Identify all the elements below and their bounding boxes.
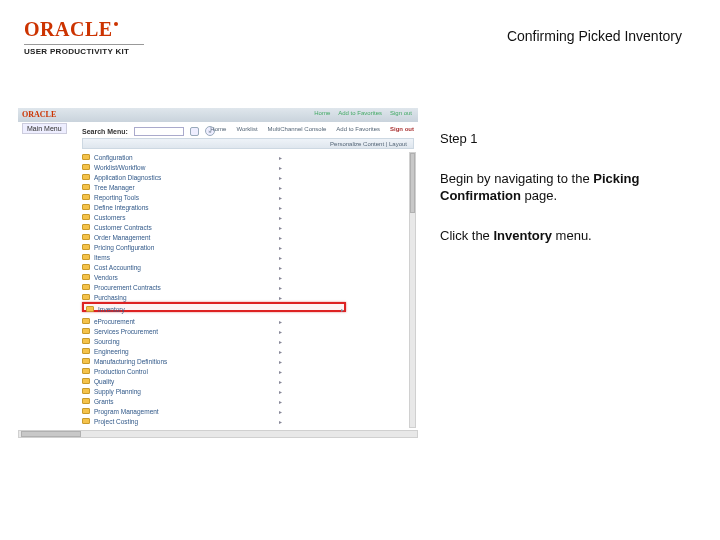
nav-item-label: Application Diagnostics: [94, 174, 161, 181]
app-logo: ORACLE: [22, 110, 56, 119]
instr1-a: Begin by navigating to the: [440, 171, 593, 186]
nav-list-upper: Configuration▸Worklist/Workflow▸Applicat…: [82, 152, 282, 302]
folder-icon: [82, 244, 90, 250]
nav-upper-item[interactable]: Worklist/Workflow▸: [82, 162, 282, 172]
inventory-highlight[interactable]: Inventory ▸: [82, 302, 346, 312]
nav-upper-item[interactable]: Define Integrations▸: [82, 202, 282, 212]
nav-lower-item[interactable]: Manufacturing Definitions▸: [82, 356, 282, 366]
nav-upper-item[interactable]: Order Management▸: [82, 232, 282, 242]
nav-item-inventory-label: Inventory: [98, 306, 125, 313]
nav-lower-item[interactable]: Supply Planning▸: [82, 386, 282, 396]
top-link-home[interactable]: Home: [314, 110, 330, 116]
chevron-right-icon: ▸: [279, 154, 282, 161]
nav-item-label: Production Control: [94, 368, 148, 375]
chevron-right-icon: ▸: [279, 398, 282, 405]
chevron-right-icon: ▸: [341, 306, 344, 313]
app-toolbar: Home Worklist MultiChannel Console Add t…: [210, 122, 414, 136]
folder-icon: [82, 368, 90, 374]
nav-upper-item[interactable]: Customer Contracts▸: [82, 222, 282, 232]
nav-lower-item[interactable]: Sourcing▸: [82, 336, 282, 346]
folder-icon: [82, 408, 90, 414]
chevron-right-icon: ▸: [279, 224, 282, 231]
folder-icon: [82, 234, 90, 240]
toolbar-mcc[interactable]: MultiChannel Console: [268, 126, 327, 132]
nav-item-label: Sourcing: [94, 338, 120, 345]
vertical-scroll-thumb[interactable]: [410, 153, 415, 213]
nav-upper-item[interactable]: Purchasing▸: [82, 292, 282, 302]
nav-upper-item[interactable]: Reporting Tools▸: [82, 192, 282, 202]
instr2-b: Inventory: [493, 228, 552, 243]
nav-item-label: eProcurement: [94, 318, 135, 325]
nav-item-label: Define Integrations: [94, 204, 149, 211]
chevron-right-icon: ▸: [279, 368, 282, 375]
nav-upper-item[interactable]: Tree Manager▸: [82, 182, 282, 192]
nav-lower-item[interactable]: eProcurement▸: [82, 316, 282, 326]
nav-list-lower: eProcurement▸Services Procurement▸Sourci…: [82, 316, 282, 426]
folder-icon: [82, 378, 90, 384]
instruction-line-2: Click the Inventory menu.: [440, 227, 680, 245]
folder-icon: [82, 328, 90, 334]
top-link-favorites[interactable]: Add to Favorites: [338, 110, 382, 116]
toolbar-home[interactable]: Home: [210, 126, 226, 132]
folder-icon: [82, 214, 90, 220]
nav-upper-item[interactable]: Customers▸: [82, 212, 282, 222]
instruction-line-1: Begin by navigating to the Picking Confi…: [440, 170, 680, 205]
nav-upper-item[interactable]: Pricing Configuration▸: [82, 242, 282, 252]
nav-upper-item[interactable]: Items▸: [82, 252, 282, 262]
horizontal-scroll-thumb[interactable]: [21, 431, 81, 437]
chevron-right-icon: ▸: [279, 194, 282, 201]
toolbar-signout[interactable]: Sign out: [390, 126, 414, 132]
page-title: Confirming Picked Inventory: [507, 28, 682, 44]
main-menu-dropdown[interactable]: Main Menu: [22, 123, 67, 134]
nav-upper-item[interactable]: Application Diagnostics▸: [82, 172, 282, 182]
folder-icon: [82, 358, 90, 364]
nav-item-label: Pricing Configuration: [94, 244, 154, 251]
nav-lower-item[interactable]: Engineering▸: [82, 346, 282, 356]
search-go-button[interactable]: [190, 127, 199, 136]
nav-upper-item[interactable]: Cost Accounting▸: [82, 262, 282, 272]
main-menu-label: Main Menu: [27, 125, 62, 132]
nav-lower-item[interactable]: Program Management▸: [82, 406, 282, 416]
brand-logo-dot: [114, 22, 118, 26]
horizontal-scrollbar[interactable]: [18, 430, 418, 438]
nav-lower-item[interactable]: Production Control▸: [82, 366, 282, 376]
chevron-right-icon: ▸: [279, 244, 282, 251]
chevron-right-icon: ▸: [279, 164, 282, 171]
chevron-right-icon: ▸: [279, 284, 282, 291]
nav-item-label: Tree Manager: [94, 184, 135, 191]
folder-icon: [82, 398, 90, 404]
brand-logo: ORACLE: [24, 18, 144, 41]
nav-lower-item[interactable]: Grants▸: [82, 396, 282, 406]
chevron-right-icon: ▸: [279, 254, 282, 261]
chevron-right-icon: ▸: [279, 204, 282, 211]
screenshot-inner: ORACLE Home Add to Favorites Sign out Ma…: [18, 108, 418, 438]
folder-icon: [82, 254, 90, 260]
nav-upper-item[interactable]: Configuration▸: [82, 152, 282, 162]
brand-logo-text: ORACLE: [24, 18, 113, 40]
nav-lower-item[interactable]: Services Procurement▸: [82, 326, 282, 336]
nav-upper-item[interactable]: Vendors▸: [82, 272, 282, 282]
brand-logo-block: ORACLE USER PRODUCTIVITY KIT: [24, 18, 144, 56]
nav-lower-item[interactable]: Project Costing▸: [82, 416, 282, 426]
nav-lower-item[interactable]: Quality▸: [82, 376, 282, 386]
personalize-bar: Personalize Content | Layout: [82, 138, 414, 149]
toolbar-favorites[interactable]: Add to Favorites: [336, 126, 380, 132]
folder-icon: [82, 194, 90, 200]
search-label: Search Menu:: [82, 128, 128, 135]
nav-item-label: Cost Accounting: [94, 264, 141, 271]
vertical-scrollbar[interactable]: [409, 152, 416, 428]
personalize-link[interactable]: Personalize Content | Layout: [330, 141, 407, 147]
nav-upper-item[interactable]: Procurement Contracts▸: [82, 282, 282, 292]
folder-icon: [82, 284, 90, 290]
instr2-c: menu.: [552, 228, 592, 243]
folder-icon: [82, 224, 90, 230]
top-link-signout[interactable]: Sign out: [390, 110, 412, 116]
chevron-right-icon: ▸: [279, 338, 282, 345]
nav-item-label: Engineering: [94, 348, 129, 355]
nav-item-label: Quality: [94, 378, 114, 385]
folder-icon: [82, 174, 90, 180]
search-input[interactable]: [134, 127, 184, 136]
screenshot-thumbnail: ORACLE Home Add to Favorites Sign out Ma…: [18, 108, 418, 438]
folder-icon: [86, 306, 94, 312]
toolbar-worklist[interactable]: Worklist: [236, 126, 257, 132]
